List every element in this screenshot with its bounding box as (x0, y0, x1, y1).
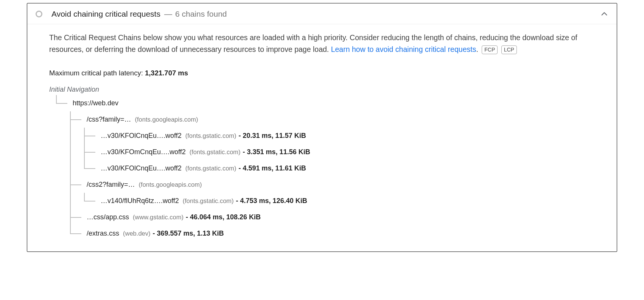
tree-row: …v30/KFOlCnqEu….woff2 (fonts.gstatic.com… (49, 160, 605, 177)
node-host: (www.gstatic.com) (133, 214, 184, 221)
node-stats: - 369.557 ms, 1.13 KiB (152, 230, 224, 238)
description-text: The Critical Request Chains below show y… (49, 33, 577, 53)
tree-row: /css2?family=… (fonts.googleapis.com) (49, 177, 605, 193)
crc-latency-value: 1,321.707 ms (145, 69, 188, 77)
tree-row: …v30/KFOmCnqEu….woff2 (fonts.gstatic.com… (49, 144, 605, 160)
tree-row: /extras.css (web.dev) - 369.557 ms, 1.13… (49, 225, 605, 242)
crc-latency-label: Maximum critical path latency: (49, 69, 145, 77)
audit-body: The Critical Request Chains below show y… (27, 24, 617, 252)
node-url: …v140/flUhRq6tz….woff2 (101, 197, 179, 205)
node-url: https://web.dev (73, 99, 118, 107)
node-url: …css/app.css (87, 213, 129, 221)
node-url: /extras.css (87, 230, 119, 238)
audit-summary: 6 chains found (175, 9, 227, 19)
node-host: (fonts.gstatic.com) (190, 148, 241, 156)
initial-navigation-label: Initial Navigation (49, 86, 605, 94)
audit-separator: — (164, 9, 172, 19)
learn-more-link[interactable]: Learn how to avoid chaining critical req… (331, 45, 476, 53)
node-host: (fonts.gstatic.com) (185, 132, 236, 139)
node-host: (fonts.gstatic.com) (185, 165, 236, 172)
node-url: /css?family=… (87, 116, 131, 123)
status-informative-icon (36, 11, 42, 17)
node-url: …v30/KFOlCnqEu….woff2 (101, 164, 182, 172)
fcp-badge: FCP (482, 45, 498, 54)
crc-latency: Maximum critical path latency: 1,321.707… (49, 69, 605, 77)
node-stats: - 4.591 ms, 11.61 KiB (239, 164, 306, 172)
node-url: …v30/KFOmCnqEu….woff2 (101, 148, 186, 156)
audit-header[interactable]: Avoid chaining critical requests — 6 cha… (27, 3, 617, 24)
node-url: /css2?family=… (87, 181, 135, 189)
tree-row: …v140/flUhRq6tz….woff2 (fonts.gstatic.co… (49, 193, 605, 209)
tree-row: …css/app.css (www.gstatic.com) - 46.064 … (49, 209, 605, 225)
chevron-up-icon[interactable] (600, 10, 608, 18)
node-stats: - 20.31 ms, 11.57 KiB (239, 132, 306, 140)
node-host: (fonts.googleapis.com) (135, 116, 198, 123)
node-host: (fonts.gstatic.com) (183, 197, 234, 205)
audit-description: The Critical Request Chains below show y… (49, 32, 605, 55)
crc-tree: https://web.dev /css?family=… (fonts.goo… (49, 95, 605, 242)
node-stats: - 3.351 ms, 11.56 KiB (243, 148, 310, 156)
node-stats: - 4.753 ms, 126.40 KiB (236, 197, 307, 205)
tree-row: /css?family=… (fonts.googleapis.com) (49, 111, 605, 128)
audit-title: Avoid chaining critical requests (51, 9, 160, 19)
node-host: (fonts.googleapis.com) (139, 181, 202, 188)
node-url: …v30/KFOlCnqEu….woff2 (101, 132, 182, 140)
lcp-badge: LCP (501, 45, 517, 54)
tree-row: …v30/KFOlCnqEu….woff2 (fonts.gstatic.com… (49, 128, 605, 144)
node-stats: - 46.064 ms, 108.26 KiB (186, 213, 261, 221)
description-period: . (476, 45, 478, 53)
audit-panel: Avoid chaining critical requests — 6 cha… (27, 3, 617, 252)
node-host: (web.dev) (123, 230, 150, 237)
tree-row: https://web.dev (49, 95, 605, 111)
